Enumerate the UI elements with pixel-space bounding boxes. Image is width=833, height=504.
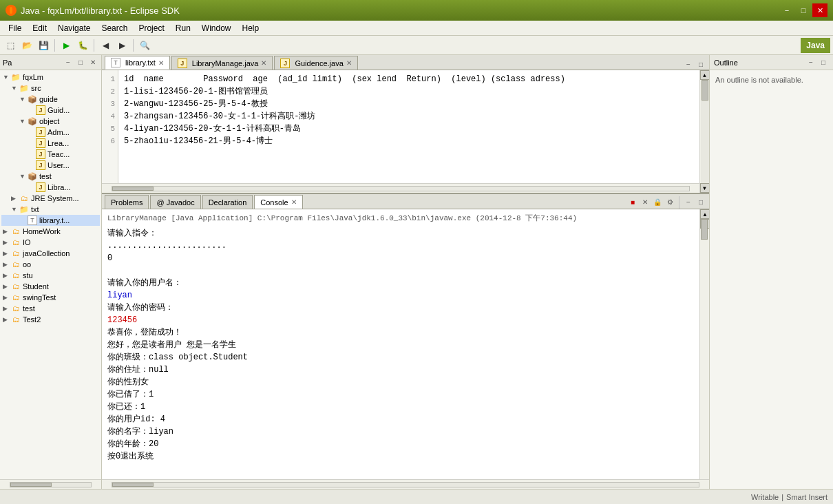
tree-item-library-txt[interactable]: T library.t...	[1, 215, 100, 226]
menu-project[interactable]: Project	[133, 22, 169, 34]
status-pos: Smart Insert	[786, 493, 827, 501]
console-line-8: 123456	[107, 314, 694, 326]
titlebar: Java - fqxLm/txt/library.txt - Eclipse S…	[0, 0, 833, 21]
toolbar-open[interactable]: 📂	[19, 38, 34, 53]
editor-h-thumb[interactable]	[112, 187, 154, 191]
bottom-minimize-btn[interactable]: −	[683, 196, 694, 207]
tab-close-library[interactable]: ✕	[158, 59, 164, 67]
menu-search[interactable]: Search	[96, 22, 133, 34]
tab-console-close[interactable]: ✕	[291, 198, 297, 206]
tab-guidence-java[interactable]: J Guidence.java ✕	[274, 56, 357, 70]
toolbar-back[interactable]: ◀	[98, 38, 113, 53]
sidebar-close[interactable]: ✕	[87, 57, 98, 68]
scroll-thumb[interactable]	[702, 80, 708, 101]
outline-title: Outline	[714, 59, 738, 67]
tree-arrow: ▼	[19, 96, 28, 103]
sidebar-controls: − □ ✕	[63, 57, 98, 68]
tree-item-fqxlm[interactable]: ▼ 📁 fqxLm	[1, 72, 100, 83]
console-line-9: 恭喜你，登陆成功！	[107, 326, 694, 339]
tree-item-test-pkg[interactable]: ▼ 📦 test	[1, 171, 100, 182]
toolbar-search[interactable]: 🔍	[137, 38, 152, 53]
editor-minimize-btn[interactable]: −	[683, 59, 694, 70]
tree-item-guid[interactable]: J Guid...	[1, 105, 100, 116]
tab-close-guidence[interactable]: ✕	[346, 59, 352, 67]
editor-maximize-btn[interactable]: □	[695, 59, 706, 70]
console-line-3: 0	[107, 252, 694, 264]
tab-javadoc[interactable]: @ Javadoc	[150, 195, 200, 209]
menu-help[interactable]: Help	[237, 22, 265, 34]
tree-label: HomeWork	[23, 227, 61, 235]
tree-item-io[interactable]: ▶ 🗂 IO	[1, 237, 100, 248]
console-scroll-up[interactable]: ▲	[700, 209, 709, 219]
outline-maximize-btn[interactable]: □	[818, 57, 829, 68]
tree-item-txt[interactable]: ▼ 📁 txt	[1, 204, 100, 215]
outline-minimize-btn[interactable]: −	[805, 57, 816, 68]
toolbar-sep1	[54, 39, 55, 52]
tree-item-lrea[interactable]: J Lrea...	[1, 138, 100, 149]
console-sep	[679, 196, 679, 209]
maximize-button[interactable]: □	[796, 3, 811, 17]
tree-item-test-proj[interactable]: ▶ 🗂 test	[1, 303, 100, 314]
scroll-down-btn[interactable]: ▼	[700, 183, 710, 193]
console-h-thumb[interactable]	[112, 483, 154, 487]
tree-item-user[interactable]: J User...	[1, 160, 100, 171]
console-content[interactable]: LibraryManage [Java Application] C:\Prog…	[102, 209, 699, 479]
sidebar-minimize[interactable]: −	[63, 57, 74, 68]
toolbar-run[interactable]: ▶	[59, 38, 74, 53]
tree-item-libra[interactable]: J Libra...	[1, 182, 100, 193]
sidebar-header: Pa − □ ✕	[0, 55, 101, 70]
java-file-icon: J	[36, 127, 45, 137]
tree-item-oo[interactable]: ▶ 🗂 oo	[1, 259, 100, 270]
toolbar-new[interactable]: ⬚	[3, 38, 18, 53]
java-perspective[interactable]: Java	[801, 38, 830, 53]
tree-item-javacollection[interactable]: ▶ 🗂 javaCollection	[1, 248, 100, 259]
console-clear-btn[interactable]: ✕	[640, 196, 651, 207]
tree-item-stu[interactable]: ▶ 🗂 stu	[1, 270, 100, 281]
tab-console[interactable]: Console ✕	[254, 195, 302, 209]
menu-window[interactable]: Window	[196, 22, 237, 34]
tree-item-test2[interactable]: ▶ 🗂 Test2	[1, 314, 100, 325]
sidebar-h-thumb[interactable]	[10, 483, 52, 487]
menu-navigate[interactable]: Navigate	[52, 22, 96, 34]
menu-file[interactable]: File	[3, 22, 27, 34]
tree-label: IO	[23, 238, 31, 246]
menu-edit[interactable]: Edit	[27, 22, 52, 34]
tree-item-jre[interactable]: ▶ 🗂 JRE System...	[1, 193, 100, 204]
menu-run[interactable]: Run	[170, 22, 196, 34]
console-options-btn[interactable]: ⚙	[664, 196, 675, 207]
tree-item-guide[interactable]: ▼ 📦 guide	[1, 94, 100, 105]
scroll-up-btn[interactable]: ▲	[700, 70, 710, 80]
tab-label: library.txt	[125, 59, 156, 67]
console-scroll-lock-btn[interactable]: 🔒	[652, 196, 663, 207]
tree-item-adm[interactable]: J Adm...	[1, 127, 100, 138]
tree-label: User...	[48, 161, 70, 169]
tree-item-homework[interactable]: ▶ 🗂 HomeWork	[1, 226, 100, 237]
sidebar-maximize[interactable]: □	[75, 57, 86, 68]
line-numbers: 123456	[102, 70, 118, 193]
console-stop-btn[interactable]: ■	[627, 196, 638, 207]
bottom-maximize-btn[interactable]: □	[695, 196, 706, 207]
tree-label: Guid...	[48, 106, 70, 114]
tree-arrow: ▼	[11, 206, 19, 213]
toolbar-save[interactable]: 💾	[36, 38, 51, 53]
tree-item-teac[interactable]: J Teac...	[1, 149, 100, 160]
tab-librarymanage-java[interactable]: J LibraryManage.java ✕	[171, 56, 273, 70]
tab-close-librarymanage[interactable]: ✕	[261, 59, 266, 67]
tree-arrow: ▶	[11, 195, 19, 202]
tree-item-src[interactable]: ▼ 📁 src	[1, 83, 100, 94]
tree-item-object[interactable]: ▼ 📦 object	[1, 116, 100, 127]
toolbar-forward[interactable]: ▶	[114, 38, 129, 53]
close-button[interactable]: ✕	[812, 3, 827, 17]
toolbar-debug[interactable]: 🐛	[75, 38, 90, 53]
code-area[interactable]: id name Password age (ad_id limit) (sex …	[118, 70, 699, 193]
tab-declaration[interactable]: Declaration	[202, 195, 253, 209]
tree-item-swingtest[interactable]: ▶ 🗂 swingTest	[1, 292, 100, 303]
console-scroll-thumb[interactable]	[701, 219, 708, 240]
tree-item-student[interactable]: ▶ 🗂 Student	[1, 281, 100, 292]
tree-label: Test2	[23, 315, 41, 324]
sidebar-h-track	[10, 482, 92, 487]
minimize-button[interactable]: −	[779, 3, 794, 17]
tab-problems[interactable]: Problems	[105, 195, 149, 209]
tab-library-txt[interactable]: T library.txt ✕	[105, 56, 170, 70]
editor-section: T library.txt ✕ J LibraryManage.java ✕ J…	[102, 55, 709, 193]
